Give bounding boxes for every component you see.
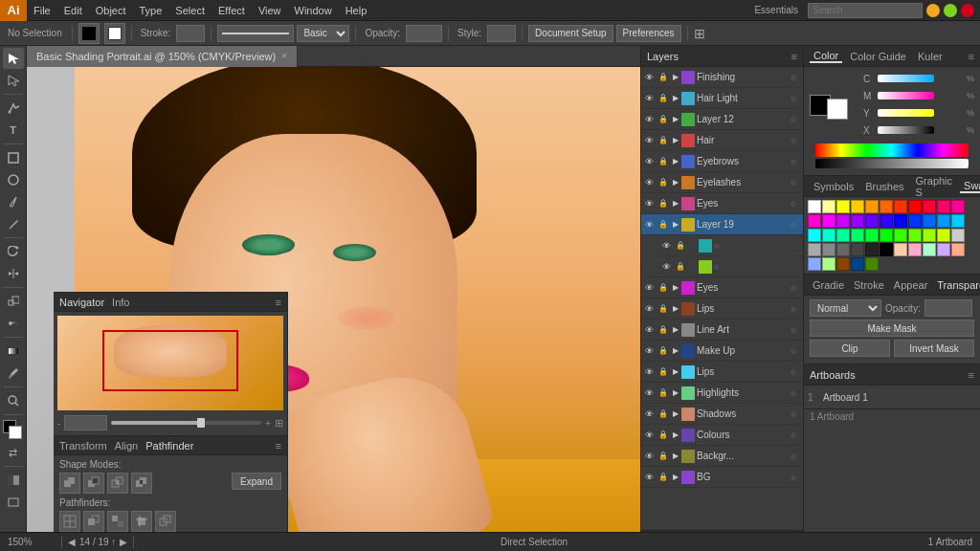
layers-menu-icon[interactable]: ≡: [791, 51, 797, 62]
swatch-item[interactable]: [836, 229, 850, 242]
layer-expand-12[interactable]: ▶: [670, 325, 681, 334]
tool-ellipse[interactable]: [3, 169, 24, 190]
layer-row[interactable]: 👁 🔒 ▶ Layer 19 ○: [641, 214, 803, 235]
menu-window[interactable]: Window: [288, 0, 339, 21]
tool-reflect[interactable]: [3, 263, 24, 284]
tab-color[interactable]: Color: [810, 50, 842, 63]
layer-expand-4[interactable]: ▶: [670, 157, 681, 165]
layer-row[interactable]: 👁 🔒 ▶ Layer 12 ○: [641, 109, 803, 130]
tool-eyedropper[interactable]: [3, 363, 24, 384]
tool-gradient[interactable]: [3, 341, 24, 362]
tab-align[interactable]: Align: [115, 440, 138, 452]
layer-lock-1[interactable]: 🔒: [657, 94, 670, 102]
layer-row[interactable]: 👁 🔒 ▶ Backgr... ○: [641, 446, 803, 467]
layer-lock-3[interactable]: 🔒: [657, 136, 670, 144]
layer-target-18[interactable]: ○: [788, 452, 799, 461]
tab-symbols[interactable]: Symbols: [810, 181, 858, 192]
layer-expand-5[interactable]: ▶: [670, 178, 681, 187]
stroke-input[interactable]: [176, 25, 205, 42]
layer-target-13[interactable]: ○: [788, 346, 799, 356]
artboard-item-1[interactable]: 1 Artboard 1: [808, 387, 976, 407]
swatch-item[interactable]: [836, 214, 850, 228]
layer-lock-15[interactable]: 🔒: [657, 388, 670, 397]
swatch-item[interactable]: [937, 229, 950, 242]
swatch-item[interactable]: [923, 243, 936, 256]
layers-scroll[interactable]: 👁 🔒 ▶ Finishing ○ 👁 🔒 ▶ Hair Light ○ 👁 🔒…: [641, 67, 803, 530]
layer-vis-10[interactable]: 👁: [641, 283, 657, 293]
tool-color-mode[interactable]: [3, 470, 24, 491]
layer-lock-2[interactable]: 🔒: [657, 115, 670, 123]
layer-expand-2[interactable]: ▶: [670, 115, 681, 123]
swatch-item[interactable]: [951, 200, 965, 213]
swatch-item[interactable]: [808, 200, 821, 213]
layer-lock-19[interactable]: 🔒: [657, 473, 670, 481]
swatch-item[interactable]: [865, 200, 879, 213]
layer-expand-19[interactable]: ▶: [670, 473, 681, 481]
layer-target-8[interactable]: ○: [714, 241, 719, 251]
layer-target-14[interactable]: ○: [788, 367, 799, 377]
canvas-content[interactable]: Navigator Info ≡ - 150%: [27, 67, 640, 551]
k-slider[interactable]: [878, 126, 934, 134]
layer-expand-17[interactable]: ▶: [670, 430, 681, 439]
layer-target-11[interactable]: ○: [788, 304, 799, 314]
doc-tab-close[interactable]: ×: [281, 51, 287, 61]
layer-target-19[interactable]: ○: [788, 473, 799, 482]
layer-vis-17[interactable]: 👁: [641, 430, 657, 440]
page-back-icon[interactable]: ◀: [68, 537, 76, 547]
swatch-item[interactable]: [865, 243, 879, 256]
swatch-item[interactable]: [808, 214, 821, 228]
color-boxes[interactable]: [3, 420, 24, 441]
layer-vis-7[interactable]: 👁: [641, 220, 657, 230]
swatch-item[interactable]: [908, 200, 922, 213]
invert-mask-button[interactable]: Invert Mask: [894, 340, 974, 357]
doc-tab-active[interactable]: Basic Shading Portrait.ai @ 150% (CMYK/P…: [27, 46, 298, 67]
opacity-trans-input[interactable]: 100%: [924, 299, 972, 317]
layer-row[interactable]: 👁 🔒 ▶ Highlights ○: [641, 383, 803, 404]
pathfinder-menu-icon[interactable]: ≡: [276, 440, 281, 452]
tab-stroke-p[interactable]: Stroke: [851, 279, 887, 291]
swatch-item[interactable]: [894, 229, 907, 242]
arrange-icon[interactable]: ⊞: [694, 26, 705, 41]
layer-target-2[interactable]: ○: [788, 115, 799, 124]
layer-vis-9[interactable]: 👁: [658, 262, 674, 272]
search-input[interactable]: [808, 3, 923, 18]
page-forward-icon[interactable]: ▶: [120, 537, 127, 547]
layer-lock-4[interactable]: 🔒: [657, 157, 670, 165]
layer-vis-1[interactable]: 👁: [641, 94, 657, 103]
tool-pencil[interactable]: [3, 213, 24, 234]
crop-btn[interactable]: [131, 511, 152, 532]
make-mask-button[interactable]: Make Mask: [810, 320, 974, 337]
nav-zoom-slider[interactable]: [111, 421, 261, 425]
maximize-button[interactable]: [944, 4, 957, 17]
nav-zoom-input[interactable]: 150%: [64, 415, 107, 430]
swatch-item[interactable]: [822, 214, 835, 228]
swatch-item[interactable]: [808, 229, 821, 242]
layer-expand-15[interactable]: ▶: [670, 388, 681, 397]
layer-target-7[interactable]: ○: [788, 220, 799, 230]
nav-menu-icon[interactable]: ≡: [276, 297, 281, 308]
layer-lock-8[interactable]: 🔒: [674, 241, 687, 250]
layer-vis-12[interactable]: 👁: [641, 325, 657, 335]
swatch-item[interactable]: [851, 229, 864, 242]
layer-row[interactable]: 👁 🔒 ○: [641, 256, 803, 277]
prefs-button[interactable]: Preferences: [616, 25, 681, 42]
tool-rotate[interactable]: [3, 241, 24, 262]
layer-target-12[interactable]: ○: [788, 325, 799, 335]
divide-btn[interactable]: [59, 511, 80, 532]
tab-pathfinder[interactable]: Pathfinder: [145, 440, 193, 452]
stroke-basic-select[interactable]: Basic: [297, 25, 349, 42]
swatch-item[interactable]: [894, 214, 907, 228]
nav-zoom-expand-icon[interactable]: ⊞: [275, 417, 283, 430]
color-menu-icon[interactable]: ≡: [969, 51, 974, 62]
layer-row[interactable]: 👁 🔒 ▶ Hair ○: [641, 130, 803, 151]
layer-lock-6[interactable]: 🔒: [657, 199, 670, 208]
swatch-item[interactable]: [822, 200, 835, 213]
layer-lock-13[interactable]: 🔒: [657, 346, 670, 355]
layer-expand-10[interactable]: ▶: [670, 283, 681, 292]
layer-vis-0[interactable]: 👁: [641, 73, 657, 82]
layer-lock-10[interactable]: 🔒: [657, 283, 670, 292]
layer-vis-13[interactable]: 👁: [641, 346, 657, 356]
swatch-item[interactable]: [865, 229, 879, 242]
tool-rectangle[interactable]: [3, 147, 24, 168]
doc-setup-button[interactable]: Document Setup: [528, 25, 613, 42]
